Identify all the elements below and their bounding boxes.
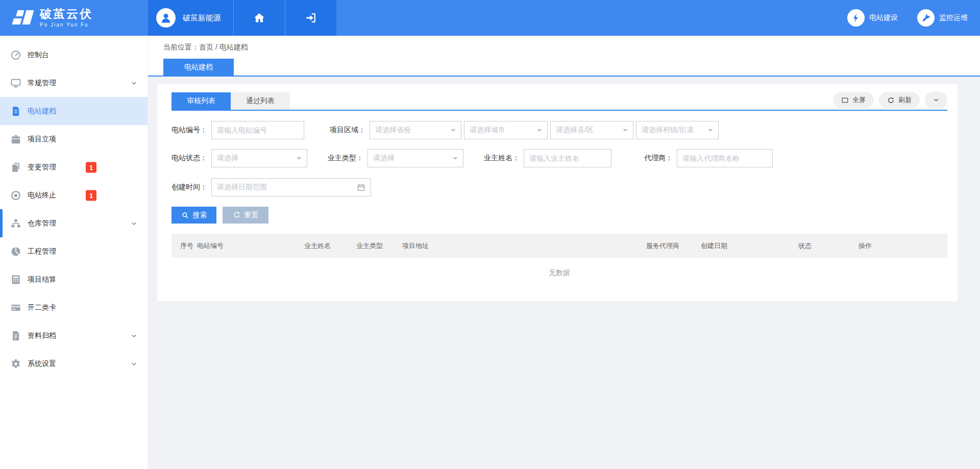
tab-passed-list[interactable]: 通过列表 bbox=[231, 92, 290, 110]
col-actions: 操作 bbox=[859, 241, 872, 251]
village-select-placeholder: 请选择村镇/街道 bbox=[642, 126, 694, 135]
gauge-icon bbox=[10, 50, 21, 61]
search-icon bbox=[181, 211, 189, 219]
sidebar-item-station-termination[interactable]: 电站终止 1 bbox=[0, 181, 148, 209]
sidebar-item-general-mgmt[interactable]: 常规管理 bbox=[0, 69, 148, 97]
filter-row-3: 创建时间： 请选择日期范围 bbox=[172, 178, 947, 196]
bank-card-icon bbox=[10, 302, 21, 313]
sidebar-item-change-mgmt[interactable]: 变更管理 1 bbox=[0, 153, 148, 181]
sidebar: 控制台 常规管理 电站建档 项目立项 变更管理 1 电站终止 1 仓库管理 工程… bbox=[0, 36, 148, 469]
monitor-icon bbox=[10, 78, 21, 89]
breadcrumb: 当前位置：首页 / 电站建档 bbox=[148, 36, 980, 59]
sidebar-item-label: 控制台 bbox=[28, 51, 49, 60]
chevron-down-icon bbox=[131, 332, 137, 339]
station-status-placeholder: 请选择 bbox=[217, 154, 238, 163]
panel-toolbar: 全屏 刷新 bbox=[833, 92, 947, 108]
sidebar-item-system-settings[interactable]: 系统设置 bbox=[0, 350, 148, 378]
main-area: 当前位置：首页 / 电站建档 电站建档 审核列表 通过列表 全屏 bbox=[148, 36, 980, 469]
search-button[interactable]: 搜索 bbox=[172, 207, 216, 224]
breadcrumb-home[interactable]: 首页 bbox=[199, 43, 213, 51]
filter-actions: 搜索 重置 bbox=[172, 207, 947, 224]
reset-icon bbox=[233, 211, 241, 219]
city-select[interactable]: 请选择城市 bbox=[464, 121, 548, 139]
sidebar-item-label: 资料归档 bbox=[28, 331, 56, 340]
sidebar-item-label: 变更管理 bbox=[28, 163, 56, 172]
home-icon bbox=[253, 11, 266, 24]
sidebar-item-label: 项目立项 bbox=[28, 135, 56, 144]
badge: 1 bbox=[86, 162, 96, 172]
sidebar-item-label: 系统设置 bbox=[28, 359, 56, 368]
sitemap-icon bbox=[10, 218, 21, 229]
chevron-down-icon bbox=[131, 80, 137, 86]
brand-logo-icon bbox=[10, 8, 34, 28]
county-select[interactable]: 请选择县/区 bbox=[550, 121, 633, 139]
chevron-down-icon bbox=[131, 220, 137, 227]
sidebar-item-label: 仓库管理 bbox=[28, 219, 56, 228]
sidebar-item-project-initiation[interactable]: 项目立项 bbox=[0, 125, 148, 153]
station-no-label: 电站编号： bbox=[172, 126, 207, 135]
refresh-icon bbox=[887, 96, 895, 104]
owner-type-placeholder: 请选择 bbox=[373, 154, 395, 163]
topbar-right: 电站建设 监控运维 bbox=[336, 0, 980, 36]
breadcrumb-prefix: 当前位置： bbox=[163, 43, 199, 51]
avatar[interactable] bbox=[156, 8, 176, 28]
chevron-down-icon bbox=[131, 360, 137, 367]
gear-icon bbox=[10, 358, 21, 369]
sidebar-item-label: 开二类卡 bbox=[28, 303, 56, 312]
sign-in-icon bbox=[304, 11, 317, 24]
shortcut-monitor-ops[interactable]: 监控运维 bbox=[917, 9, 968, 27]
col-owner-name: 业主姓名 bbox=[304, 241, 356, 251]
lightning-icon bbox=[847, 9, 865, 27]
collapse-button[interactable] bbox=[925, 92, 947, 108]
caret-down-icon bbox=[297, 157, 302, 162]
col-address: 项目地址 bbox=[402, 241, 646, 251]
owner-name-label: 业主姓名： bbox=[484, 154, 520, 163]
refresh-button[interactable]: 刷新 bbox=[879, 92, 920, 108]
pie-chart-icon bbox=[10, 246, 21, 257]
page-header: 当前位置：首页 / 电站建档 电站建档 bbox=[148, 36, 980, 77]
village-select[interactable]: 请选择村镇/街道 bbox=[636, 121, 719, 139]
sidebar-item-data-archiving[interactable]: 资料归档 bbox=[0, 322, 148, 350]
tab-review-list[interactable]: 审核列表 bbox=[172, 92, 231, 110]
province-select[interactable]: 请选择省份 bbox=[370, 121, 461, 139]
sidebar-item-project-settlement[interactable]: 项目结算 bbox=[0, 265, 148, 293]
sidebar-item-open-class2-card[interactable]: 开二类卡 bbox=[0, 293, 148, 322]
company-name[interactable]: 破茧新能源 bbox=[183, 13, 221, 23]
wrench-icon bbox=[917, 9, 935, 27]
panel-card: 审核列表 通过列表 全屏 刷新 bbox=[157, 84, 958, 301]
sidebar-item-label: 工程管理 bbox=[28, 247, 56, 256]
shortcut-station-build[interactable]: 电站建设 bbox=[847, 9, 898, 27]
page-tab-station-archive[interactable]: 电站建档 bbox=[163, 59, 234, 76]
col-owner-type: 业主类型 bbox=[356, 241, 402, 251]
caret-down-icon bbox=[708, 129, 713, 134]
brand-name: 破茧云伏 bbox=[40, 8, 93, 20]
fullscreen-button[interactable]: 全屏 bbox=[833, 92, 874, 108]
owner-name-input[interactable] bbox=[524, 149, 611, 167]
province-select-placeholder: 请选择省份 bbox=[375, 126, 411, 135]
owner-type-select[interactable]: 请选择 bbox=[368, 149, 463, 167]
sidebar-item-station-archive[interactable]: 电站建档 bbox=[0, 97, 148, 125]
agent-input[interactable] bbox=[677, 149, 773, 167]
sidebar-item-console[interactable]: 控制台 bbox=[0, 41, 148, 69]
fullscreen-label: 全屏 bbox=[852, 95, 866, 105]
brand-tagline: Po Jian Yun Fu bbox=[40, 22, 93, 28]
content: 审核列表 通过列表 全屏 刷新 bbox=[148, 77, 980, 301]
station-no-input[interactable] bbox=[211, 121, 304, 139]
search-label: 搜索 bbox=[193, 211, 207, 220]
col-agent: 服务代理商 bbox=[646, 241, 701, 251]
sidebar-item-warehouse-mgmt[interactable]: 仓库管理 bbox=[0, 209, 148, 237]
reset-button[interactable]: 重置 bbox=[223, 207, 268, 224]
sign-in-button[interactable] bbox=[285, 0, 336, 36]
panel-tabs: 审核列表 通过列表 bbox=[172, 92, 290, 110]
home-button[interactable] bbox=[234, 0, 285, 36]
chevron-down-icon bbox=[933, 96, 940, 104]
col-created: 创建日期 bbox=[701, 241, 798, 251]
panel-header: 审核列表 通过列表 全屏 刷新 bbox=[172, 92, 947, 111]
sidebar-item-engineering-mgmt[interactable]: 工程管理 bbox=[0, 237, 148, 265]
owner-type-label: 业主类型： bbox=[328, 154, 363, 163]
archive-file-icon bbox=[10, 330, 21, 341]
station-status-select[interactable]: 请选择 bbox=[211, 149, 307, 167]
badge: 1 bbox=[86, 190, 96, 201]
date-range-input[interactable]: 请选择日期范围 bbox=[211, 178, 371, 196]
col-status: 状态 bbox=[798, 241, 859, 251]
